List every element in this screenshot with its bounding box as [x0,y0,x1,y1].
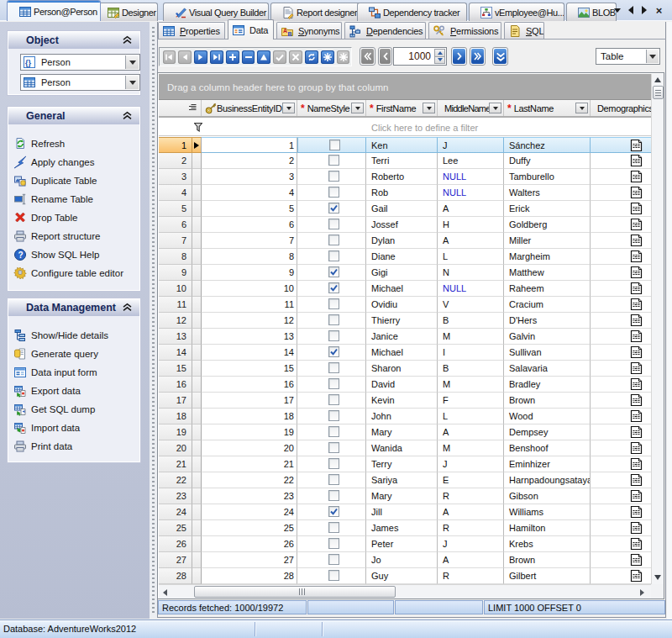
svg-text:A: A [283,28,287,34]
svg-text:{}: {} [25,59,32,67]
svg-text:?: ? [18,250,23,260]
svg-text:B: B [288,30,292,36]
